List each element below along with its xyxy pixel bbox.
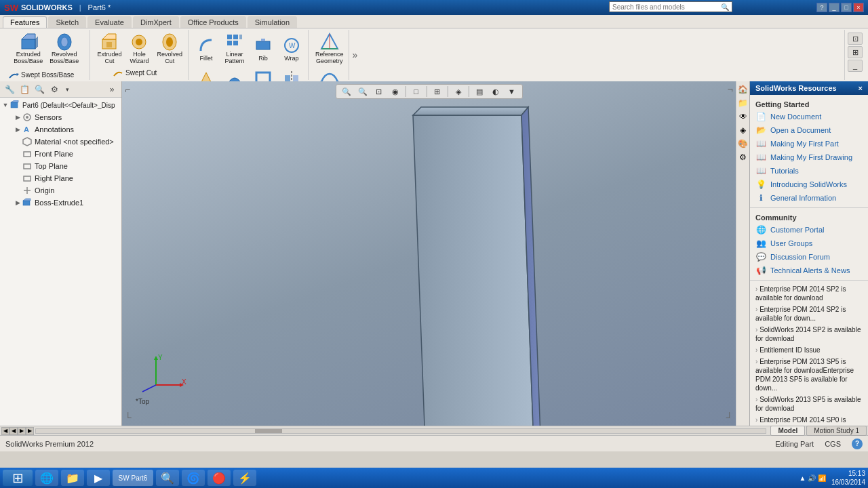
boss-expand-icon[interactable]: ▶ — [14, 199, 22, 206]
search-box[interactable]: 🔍 — [609, 1, 732, 12]
viewport-icon-1[interactable]: ⊡ — [848, 33, 863, 45]
rib-button[interactable]: Rib — [250, 35, 277, 63]
minimize-btn[interactable]: _ — [829, 3, 840, 12]
tree-item-boss-extrude1[interactable]: ▶ Boss-Extrude1 — [0, 197, 121, 209]
rp-news-3[interactable]: › SolidWorks 2014 SP2 is available for d… — [750, 324, 868, 344]
reference-geometry-button[interactable]: ReferenceGeometry — [313, 31, 347, 66]
shell-button[interactable]: Shell — [250, 68, 277, 81]
material-expand-icon[interactable]: ▶ — [14, 138, 22, 145]
tree-item-front-plane[interactable]: ▶ Front Plane — [0, 148, 121, 160]
sensors-expand-icon[interactable]: ▶ — [14, 114, 22, 121]
taskbar-explorer[interactable]: 📁 — [61, 470, 84, 486]
tab-evaluate[interactable]: Evaluate — [87, 16, 132, 28]
tab-office[interactable]: Office Products — [180, 16, 246, 28]
start-button[interactable]: ⊞ — [3, 470, 33, 486]
tree-btn-1[interactable]: 🔧 — [3, 83, 16, 96]
rp-open-document[interactable]: 📂 Open a Document — [750, 123, 868, 137]
rp-news-7[interactable]: › Enterprise PDM 2014 SP0 is available f… — [750, 414, 868, 426]
tree-item-top-plane[interactable]: ▶ Top Plane — [0, 160, 121, 172]
annotations-expand-icon[interactable]: ▶ — [14, 126, 22, 133]
tree-btn-3[interactable]: 🔍 — [33, 83, 46, 96]
hole-wizard-button[interactable]: HoleWizard — [125, 31, 153, 66]
help-btn[interactable]: ? — [816, 3, 827, 12]
scroll-next-arrow[interactable]: ▶ — [18, 427, 26, 435]
rp-news-4[interactable]: › Entitlement ID Issue — [750, 344, 868, 356]
zoom-in-icon[interactable]: 🔍 — [339, 85, 354, 98]
tab-model[interactable]: Model — [770, 426, 805, 436]
tree-item-material[interactable]: ▶ Material <not specified> — [0, 136, 121, 148]
rp-first-drawing[interactable]: 📖 Making My First Drawing — [750, 150, 868, 164]
rp-customer-portal[interactable]: 🌐 Customer Portal — [750, 223, 868, 237]
rp-icon-files[interactable]: 📁 — [738, 98, 749, 108]
part-expand-icon[interactable]: ▼ — [1, 102, 9, 108]
extruded-boss-button[interactable]: ExtrudedBoss/Base — [11, 31, 45, 66]
draft-button[interactable]: Draft — [193, 68, 220, 81]
tree-item-origin[interactable]: ▶ Origin — [0, 184, 121, 197]
rp-news-2[interactable]: › Enterprise PDM 2014 SP2 is available f… — [750, 304, 868, 324]
rp-icon-home[interactable]: 🏠 — [738, 84, 749, 95]
tab-motion-study[interactable]: Motion Study 1 — [806, 426, 867, 436]
tree-item-right-plane[interactable]: ▶ Right Plane — [0, 172, 121, 184]
taskbar-cura[interactable]: 🌀 — [182, 470, 205, 486]
scroll-left-arrow[interactable]: ◀ — [1, 427, 9, 435]
tree-item-annotations[interactable]: ▶ A Annotations — [0, 123, 121, 136]
viewport[interactable]: 🔍 🔍 ⊡ ◉ □ ⊞ ◈ ▤ ◐ ▼ — [122, 81, 736, 426]
rp-icon-custom[interactable]: ⚙ — [738, 152, 749, 163]
rp-discussion-forum[interactable]: 💬 Discussion Forum — [750, 250, 868, 264]
taskbar-ie[interactable]: 🌐 — [35, 470, 58, 486]
rp-news-1[interactable]: › Enterprise PDM 2014 SP2 is available f… — [750, 283, 868, 304]
close-btn[interactable]: × — [853, 3, 864, 12]
tree-filter[interactable]: ▾ — [62, 83, 72, 96]
swept-boss-button[interactable]: Swept Boss/Base — [5, 69, 77, 81]
linear-pattern-button[interactable]: LinearPattern — [221, 31, 248, 66]
rp-news-6[interactable]: › SolidWorks 2013 SP5 is available for d… — [750, 394, 868, 414]
resources-panel-close[interactable]: × — [859, 84, 863, 92]
maximize-btn[interactable]: □ — [841, 3, 852, 12]
tab-features[interactable]: Features — [3, 16, 47, 28]
viewport-icon-3[interactable]: _ — [848, 60, 863, 72]
front-plane-expand-icon[interactable]: ▶ — [14, 150, 22, 157]
scroll-thumb[interactable] — [255, 429, 282, 433]
scroll-prev-arrow[interactable]: ◀ — [9, 427, 18, 435]
fillet-button[interactable]: Fillet — [193, 35, 220, 63]
rp-icon-appearance[interactable]: 🎨 — [738, 138, 749, 149]
rp-icon-view[interactable]: 👁 — [738, 111, 749, 122]
rp-user-groups[interactable]: 👥 User Groups — [750, 237, 868, 250]
tab-simulation[interactable]: Simulation — [248, 16, 297, 28]
taskbar-media[interactable]: ▶ — [87, 470, 110, 486]
taskbar-other[interactable]: ⚡ — [233, 470, 256, 486]
extruded-cut-button[interactable]: ExtrudedCut — [94, 31, 124, 66]
tree-expand-all[interactable]: » — [105, 83, 119, 96]
mirror-button[interactable]: Mirror — [278, 68, 305, 81]
search-icon[interactable]: 🔍 — [721, 3, 729, 11]
ribbon-expand[interactable]: » — [351, 30, 359, 80]
rp-general-info[interactable]: ℹ General Information — [750, 191, 868, 205]
rp-intro-sw[interactable]: 💡 Introducing SolidWorks — [750, 178, 868, 191]
tab-dimxpert[interactable]: DimXpert — [133, 16, 179, 28]
tree-btn-4[interactable]: ⚙ — [47, 83, 61, 96]
swept-cut-button[interactable]: Swept Cut — [110, 67, 159, 79]
revolved-cut-button[interactable]: RevolvedCut — [154, 31, 185, 66]
rp-tech-alerts[interactable]: 📢 Technical Alerts & News — [750, 264, 868, 277]
tab-sketch[interactable]: Sketch — [48, 16, 86, 28]
rp-icon-design[interactable]: ◈ — [738, 125, 749, 136]
rp-news-5[interactable]: › Enterprise PDM 2013 SP5 is available f… — [750, 356, 868, 394]
window-controls[interactable]: ? _ □ × — [816, 3, 864, 12]
horizontal-scrollbar[interactable]: ◀ ◀ ▶ ▶ Model Motion Study 1 — [0, 426, 868, 435]
wrap-button[interactable]: W Wrap — [278, 35, 305, 63]
dome-button[interactable]: Dome — [221, 68, 248, 81]
rp-new-document[interactable]: 📄 New Document — [750, 110, 868, 123]
rp-tutorials[interactable]: 📖 Tutorials — [750, 164, 868, 178]
curves-button[interactable]: Curves — [316, 67, 343, 81]
tree-btn-2[interactable]: 📋 — [18, 83, 31, 96]
help-button[interactable]: ? — [852, 439, 863, 449]
scroll-right-arrow[interactable]: ▶ — [26, 427, 34, 435]
rp-first-part[interactable]: 📖 Making My First Part — [750, 137, 868, 150]
tree-item-part[interactable]: ▼ Part6 (Default<<Default>_Disp — [0, 99, 121, 111]
taskbar-sw2[interactable]: 🔴 — [208, 470, 231, 486]
tree-item-sensors[interactable]: ▶ Sensors — [0, 111, 121, 123]
scroll-track[interactable] — [35, 428, 766, 434]
search-input[interactable] — [612, 3, 721, 11]
zoom-out-icon[interactable]: 🔍 — [355, 85, 370, 98]
taskbar-chrome[interactable]: 🔍 — [156, 470, 179, 486]
